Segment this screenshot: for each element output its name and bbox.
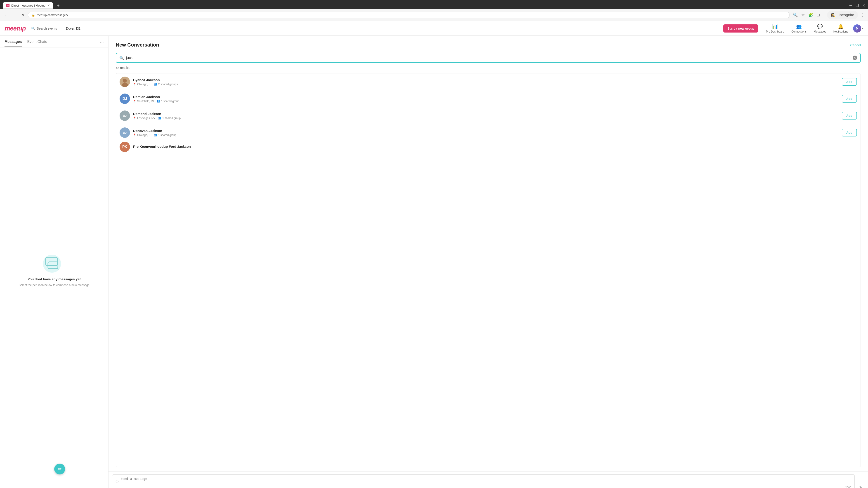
tab-event-chats[interactable]: Event Chats — [27, 40, 47, 47]
tab-messages[interactable]: Messages — [4, 40, 22, 47]
nav-item-messages[interactable]: 💬 Messages — [811, 22, 829, 35]
send-button[interactable]: ➤ — [857, 483, 864, 488]
nav-item-notifications[interactable]: 🔔 Notifications — [830, 22, 851, 35]
avatar-donovan-jackson: DJ — [120, 127, 130, 138]
recipient-search-box[interactable]: 🔍 ✕ — [116, 53, 861, 63]
incognito-badge[interactable]: 🕵 Incognito — [827, 11, 858, 19]
avatar-initials-demond: DJ — [123, 114, 127, 118]
browser-toolbar: ← → ↻ 🔒 meetup.com/messages/ 🔍 ☆ 🧩 ⊡ | 🕵… — [0, 9, 868, 21]
groups-byanca: 👥 2 shared groups — [154, 83, 178, 86]
connections-label: Connections — [792, 30, 807, 33]
sidebar-tab-bar: Messages Event Chats ··· — [0, 36, 108, 47]
forward-button[interactable]: → — [11, 12, 18, 18]
tab-favicon: m — [6, 4, 9, 7]
empty-state-subtitle: Select the pen icon below to compose a n… — [19, 283, 90, 287]
sidebar-empty-state: You dont have any messages yet Select th… — [0, 47, 108, 488]
location-donovan: 📍 Chicago, IL — [133, 133, 151, 137]
notifications-icon: 🔔 — [838, 24, 844, 29]
result-item-donovan-jackson: DJ Donovan Jackson 📍 Chicago, IL 👥 1 sha… — [116, 124, 861, 141]
result-item-demond-jackson: DJ Demond Jackson 📍 Las Vegas, NV 👥 1 sh… — [116, 107, 861, 124]
user-avatar-wrapper[interactable]: M ▾ — [853, 24, 864, 33]
browser-toolbar-icons: 🔍 ☆ 🧩 ⊡ | 🕵 Incognito ⋮ — [792, 11, 865, 19]
header-search[interactable]: 🔍 Search events — [31, 27, 57, 30]
url-text: meetup.com/messages/ — [37, 13, 68, 17]
extensions-icon[interactable]: 🧩 — [807, 12, 814, 18]
message-loading-icon: ◌ — [116, 479, 119, 483]
new-conversation-panel: New Conversation Cancel 🔍 ✕ 48 results — [108, 36, 868, 471]
main-layout: Messages Event Chats ··· You dont have a… — [0, 36, 868, 488]
empty-state-title: You dont have any messages yet — [28, 277, 81, 281]
groups-icon: 👥 — [154, 83, 157, 86]
active-tab[interactable]: m Direct messages | Meetup ✕ — [3, 2, 53, 8]
tab-title: Direct messages | Meetup — [11, 4, 45, 7]
svg-point-3 — [58, 269, 59, 269]
empty-state-illustration — [43, 255, 66, 273]
groups-damian: 👥 1 shared group — [157, 100, 179, 103]
minimize-icon[interactable]: ─ — [849, 3, 852, 7]
results-list: Byanca Jackson 📍 Chicago, IL 👥 2 shared … — [116, 73, 861, 467]
back-button[interactable]: ← — [3, 12, 9, 18]
avatar-pre-keo: PK — [120, 142, 130, 152]
compose-button[interactable]: ✏ — [54, 464, 65, 475]
messages-label: Messages — [814, 30, 826, 33]
char-count: 2000 — [116, 486, 851, 488]
result-item-damian-jackson: DJ Damian Jackson 📍 Southfield, MI 👥 1 s… — [116, 90, 861, 107]
new-conversation-title: New Conversation — [116, 42, 159, 48]
connections-icon: 👥 — [796, 24, 802, 29]
result-item-byanca-jackson: Byanca Jackson 📍 Chicago, IL 👥 2 shared … — [116, 73, 861, 90]
start-group-button[interactable]: Start a new group — [723, 24, 758, 33]
address-bar[interactable]: 🔒 meetup.com/messages/ — [28, 12, 790, 18]
close-window-icon[interactable]: ✕ — [862, 3, 865, 8]
nav-item-connections[interactable]: 👥 Connections — [788, 22, 810, 35]
search-placeholder: Search events — [37, 27, 57, 30]
recipient-search-input[interactable] — [126, 56, 850, 60]
avatar-chevron-down-icon: ▾ — [862, 27, 864, 30]
reload-button[interactable]: ↻ — [20, 12, 26, 18]
notifications-label: Notifications — [833, 30, 848, 33]
location-icon: 📍 — [133, 100, 136, 103]
result-name-damian: Damian Jackson — [133, 95, 839, 99]
result-meta-donovan: 📍 Chicago, IL 👥 1 shared group — [133, 133, 839, 137]
result-name-byanca: Byanca Jackson — [133, 78, 839, 82]
logo-text: meetup — [4, 25, 26, 32]
pro-dashboard-label: Pro Dashboard — [766, 30, 784, 33]
add-damian-button[interactable]: Add — [842, 95, 857, 103]
search-box-icon: 🔍 — [119, 56, 124, 60]
header-location[interactable]: Dover, DE — [66, 27, 81, 30]
sidebar-more-icon[interactable]: ··· — [100, 39, 104, 47]
add-donovan-button[interactable]: Add — [842, 129, 857, 136]
avatar-damian-jackson: DJ — [120, 94, 130, 104]
menu-icon[interactable]: ⋮ — [860, 12, 865, 18]
maximize-icon[interactable]: ❐ — [856, 3, 859, 8]
result-info-demond: Demond Jackson 📍 Las Vegas, NV 👥 1 share… — [133, 112, 839, 120]
groups-icon: 👥 — [157, 100, 160, 103]
groups-icon: 👥 — [158, 117, 161, 120]
location-icon: 📍 — [133, 133, 136, 136]
bookmark-icon[interactable]: ☆ — [800, 12, 806, 18]
svg-rect-0 — [46, 257, 57, 265]
message-input-wrapper[interactable]: ◌ 2000 — [112, 475, 855, 488]
search-toolbar-icon[interactable]: 🔍 — [792, 12, 799, 18]
tab-close-icon[interactable]: ✕ — [47, 4, 50, 7]
sidebar: Messages Event Chats ··· You dont have a… — [0, 36, 108, 488]
profile-icon[interactable]: ⊡ — [816, 12, 821, 18]
message-input-area: ◌ 2000 ➤ — [108, 471, 868, 488]
result-info-damian: Damian Jackson 📍 Southfield, MI 👥 1 shar… — [133, 95, 839, 103]
groups-demond: 👥 1 shared group — [158, 117, 181, 120]
location-demond: 📍 Las Vegas, NV — [133, 117, 155, 120]
result-info-donovan: Donovan Jackson 📍 Chicago, IL 👥 1 shared… — [133, 129, 839, 137]
new-conversation-header: New Conversation Cancel — [116, 42, 861, 48]
nav-item-pro-dashboard[interactable]: 📊 Pro Dashboard — [763, 22, 787, 35]
location-damian: 📍 Southfield, MI — [133, 100, 154, 103]
add-demond-button[interactable]: Add — [842, 112, 857, 120]
clear-search-icon[interactable]: ✕ — [852, 56, 857, 60]
avatar-byanca-jackson — [120, 76, 130, 87]
meetup-logo[interactable]: meetup — [4, 25, 26, 32]
add-byanca-button[interactable]: Add — [842, 78, 857, 86]
messages-icon: 💬 — [817, 24, 823, 29]
message-textarea[interactable] — [121, 477, 851, 485]
chat-bubbles-svg — [43, 256, 63, 272]
new-tab-icon[interactable]: ＋ — [55, 2, 62, 9]
avatar-demond-jackson: DJ — [120, 110, 130, 121]
cancel-button[interactable]: Cancel — [850, 43, 861, 47]
